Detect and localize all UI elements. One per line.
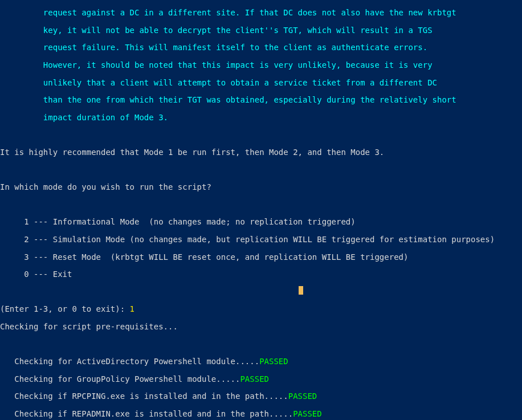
mode-option-3: 3 --- Reset Mode (krbtgt WILL BE reset o… — [24, 253, 522, 262]
check-line: Checking for ActiveDirectory Powershell … — [14, 357, 522, 366]
mode-option-1: 1 --- Informational Mode (no changes mad… — [24, 218, 522, 226]
warn-line: than the one from which their TGT was ob… — [43, 96, 522, 104]
warn-line: request against a DC in a different site… — [43, 9, 522, 17]
status-passed: PASSED — [293, 409, 322, 418]
status-passed: PASSED — [259, 357, 288, 366]
user-input[interactable]: 1 — [130, 304, 134, 313]
warn-line: unlikely that a client will attempt to o… — [43, 79, 522, 87]
check-line: Checking if RPCPING.exe is installed and… — [14, 392, 522, 401]
check-line: Checking for GroupPolicy Powershell modu… — [14, 375, 522, 384]
warn-line: impact duration of Mode 3. — [43, 113, 522, 122]
input-prompt: (Enter 1-3, or 0 to exit): — [0, 304, 130, 313]
warn-line: key, it will not be able to decrypt the … — [43, 26, 522, 35]
mode-option-2: 2 --- Simulation Mode (no changes made, … — [24, 235, 522, 244]
terminal-output: request against a DC in a different site… — [0, 0, 522, 420]
prereq-header: Checking for script pre-requisites... — [0, 323, 522, 331]
recommend-line: It is highly recommended that Mode 1 be … — [0, 148, 522, 157]
text-cursor — [299, 286, 303, 295]
status-passed: PASSED — [288, 392, 317, 401]
status-passed: PASSED — [240, 374, 269, 384]
warn-line: request failure. This will manifest itse… — [43, 43, 522, 52]
mode-option-0: 0 --- Exit — [24, 270, 522, 279]
warn-line: However, it should be noted that this im… — [43, 61, 522, 70]
input-prompt-line[interactable]: (Enter 1-3, or 0 to exit): 1 — [0, 305, 522, 313]
check-line: Checking if REPADMIN.exe is installed an… — [14, 410, 522, 418]
mode-question: In which mode do you wish to run the scr… — [0, 183, 522, 191]
